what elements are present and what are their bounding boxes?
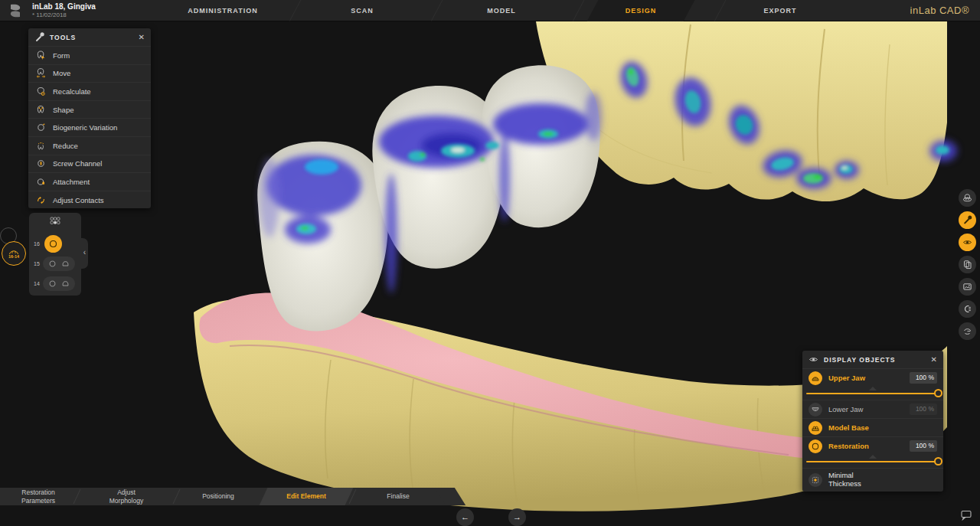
- model-base-icon: [808, 421, 822, 435]
- project-info: inLab 18, Gingiva * 11/02/2018: [32, 2, 96, 18]
- tooth-number: 15: [34, 261, 43, 266]
- shape-tooth-icon: [36, 105, 46, 115]
- upper-jaw-icon: [808, 371, 822, 385]
- collapse-chevron-icon[interactable]: ‹: [83, 248, 86, 256]
- snapshot-button[interactable]: [959, 278, 976, 296]
- tool-item-adjust-contacts[interactable]: Adjust Contacts: [28, 191, 151, 209]
- tab-design[interactable]: DESIGN: [571, 0, 710, 21]
- tooth-row-15: 15: [34, 254, 78, 273]
- tooth-number: 14: [34, 281, 43, 286]
- previous-step-button[interactable]: ←: [456, 508, 474, 526]
- tooth-occlusal-icon: [48, 260, 57, 268]
- tooth-view-icon: [962, 193, 972, 203]
- articulation-icon: [962, 326, 972, 336]
- step-adjust-morphology[interactable]: Adjust Morphology: [77, 488, 176, 505]
- tools-button[interactable]: [959, 211, 976, 229]
- tools-close-icon[interactable]: ✕: [139, 33, 145, 41]
- tool-item-move[interactable]: Move: [28, 64, 151, 83]
- slider-handle[interactable]: [934, 389, 942, 397]
- restoration-opacity-value: 100 %: [910, 440, 937, 452]
- move-tooth-icon: [36, 68, 46, 78]
- reduce-tooth-icon: [36, 141, 46, 151]
- tab-administration[interactable]: ADMINISTRATION: [153, 0, 292, 21]
- step-positioning[interactable]: Positioning: [176, 488, 260, 505]
- display-objects-close-icon[interactable]: ✕: [931, 355, 937, 364]
- eye-icon: [808, 354, 818, 364]
- tooth-chart-icon: [49, 217, 61, 227]
- tooth-14-options[interactable]: [43, 276, 75, 291]
- display-item-lower-jaw[interactable]: Lower Jaw 100 %: [802, 400, 943, 418]
- crown-icon: [61, 279, 70, 288]
- display-objects-eye-icon: [962, 237, 972, 247]
- tool-item-biogeneric-variation[interactable]: Biogeneric Variation: [28, 118, 151, 136]
- upper-jaw-opacity-slider[interactable]: [802, 387, 943, 400]
- phase-tabs: ADMINISTRATION SCAN MODEL DESIGN EXPORT: [153, 0, 850, 21]
- tool-item-recalculate[interactable]: Recalculate: [28, 82, 151, 100]
- screw-channel-icon: [36, 158, 46, 168]
- tool-item-attachment[interactable]: Attachment: [28, 172, 151, 191]
- project-date: * 11/02/2018: [32, 11, 96, 18]
- right-toolbar: [959, 189, 976, 340]
- tool-item-shape[interactable]: Shape: [28, 100, 151, 119]
- tool-item-reduce[interactable]: Reduce: [28, 136, 151, 155]
- display-item-model-base[interactable]: Model Base: [802, 418, 943, 436]
- speech-bubble-icon: [960, 510, 972, 521]
- sirona-logo-icon: [8, 3, 23, 18]
- tooth-row-16: 16: [34, 234, 78, 253]
- tools-wrench-icon: [962, 215, 972, 225]
- tooth-16-selected-button[interactable]: [44, 235, 62, 253]
- tab-scan[interactable]: SCAN: [292, 0, 432, 21]
- cross-section-icon: [962, 304, 972, 314]
- tab-model[interactable]: MODEL: [432, 0, 571, 21]
- restoration-selector-panel: ‹ 16 15 14: [29, 213, 81, 296]
- display-objects-header: DISPLAY OBJECTS ✕: [802, 351, 943, 368]
- tooth-15-options[interactable]: [43, 256, 75, 271]
- recalculate-tooth-icon: [36, 87, 46, 96]
- snapshot-icon: [962, 282, 972, 292]
- step-restoration-parameters[interactable]: Restoration Parameters: [0, 488, 77, 505]
- display-objects-button[interactable]: [959, 234, 976, 251]
- feedback-chat-button[interactable]: [960, 510, 972, 521]
- tab-export[interactable]: EXPORT: [710, 0, 850, 21]
- attachment-icon: [36, 177, 46, 187]
- upper-jaw-opacity-value: 100 %: [910, 372, 937, 384]
- slider-track: [806, 393, 939, 394]
- tooth-occlusal-icon: [48, 279, 57, 288]
- articulation-button[interactable]: [959, 322, 976, 340]
- app-brand: inLab CAD®: [910, 5, 969, 16]
- tooth-number: 16: [34, 241, 43, 247]
- tools-panel-title: TOOLS: [50, 34, 139, 41]
- biogeneric-variation-icon: [36, 123, 46, 132]
- object-list-button[interactable]: [959, 256, 976, 273]
- wrench-icon: [34, 32, 44, 42]
- minimal-thickness-icon: [808, 473, 822, 487]
- tool-item-screw-channel[interactable]: Screw Channel: [28, 155, 151, 173]
- tooth-row-14: 14: [34, 274, 78, 292]
- step-edit-element[interactable]: Edit Element: [260, 488, 352, 505]
- tooth-occlusal-icon: [48, 239, 58, 249]
- restoration-opacity-slider[interactable]: [802, 455, 943, 468]
- restoration-icon: [808, 439, 822, 453]
- workflow-step-bar: Restoration Parameters Adjust Morphology…: [0, 488, 450, 505]
- step-finalise[interactable]: Finalise: [352, 488, 444, 505]
- form-tooth-icon: [36, 51, 46, 60]
- tool-item-form[interactable]: Form: [28, 46, 151, 64]
- next-step-button[interactable]: →: [508, 508, 526, 526]
- arrow-left-icon: ←: [461, 512, 469, 521]
- display-item-upper-jaw[interactable]: Upper Jaw 100 %: [802, 368, 943, 387]
- slider-handle[interactable]: [934, 457, 942, 466]
- object-list-icon: [962, 260, 972, 270]
- tools-panel: TOOLS ✕ Form Move Recalculate Shape: [28, 28, 151, 208]
- slider-notch: [869, 387, 877, 390]
- slider-track: [806, 461, 939, 462]
- tooth-view-button[interactable]: [959, 189, 976, 207]
- display-item-restoration[interactable]: Restoration 100 %: [802, 436, 943, 455]
- cross-section-button[interactable]: [959, 300, 976, 318]
- restoration-range-badge[interactable]: 16-14: [2, 241, 26, 266]
- display-item-minimal-thickness[interactable]: Minimal Thickness: [802, 468, 943, 492]
- display-objects-title: DISPLAY OBJECTS: [824, 356, 931, 364]
- adjust-contacts-icon: [36, 195, 46, 205]
- crown-icon: [61, 260, 70, 268]
- top-bar: inLab 18, Gingiva * 11/02/2018 ADMINISTR…: [0, 0, 980, 21]
- slider-notch: [869, 455, 877, 459]
